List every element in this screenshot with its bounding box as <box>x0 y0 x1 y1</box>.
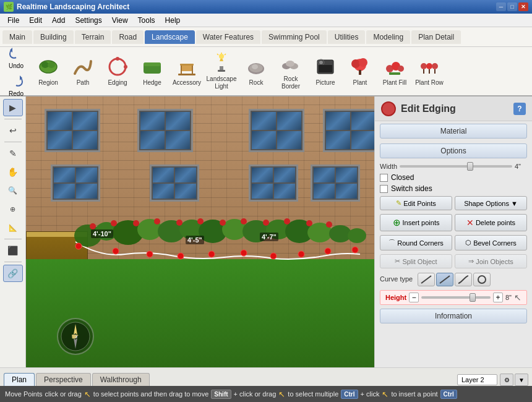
menu-edit[interactable]: Edit <box>24 15 47 26</box>
height-plus-btn[interactable]: + <box>493 293 503 302</box>
tab-utilities[interactable]: Utilities <box>328 30 366 44</box>
closed-checkbox[interactable] <box>380 174 388 182</box>
insert-points-button[interactable]: ⊕ Insert points <box>380 214 452 231</box>
delete-points-button[interactable]: ✕ Delete points <box>455 214 527 231</box>
redo-button[interactable]: Redo <box>5 72 27 98</box>
menu-help[interactable]: Help <box>160 15 186 26</box>
height-minus-btn[interactable]: − <box>409 293 419 302</box>
tool-region-label: Region <box>38 79 58 87</box>
tab-swimming-pool[interactable]: Swimming Pool <box>262 30 327 44</box>
tab-main[interactable]: Main <box>2 30 32 44</box>
maximize-button[interactable]: □ <box>507 2 517 11</box>
width-slider[interactable] <box>400 165 512 168</box>
tool-region[interactable]: Region <box>32 53 64 89</box>
help-button[interactable]: ? <box>513 103 526 115</box>
layer-settings-btn[interactable]: ⚙ <box>500 374 513 386</box>
tab-walkthrough[interactable]: Walkthrough <box>92 373 150 386</box>
tab-terrain[interactable]: Terrain <box>75 30 111 44</box>
tool-plant-fill[interactable]: Plant Fill <box>379 53 411 89</box>
tab-plan-detail[interactable]: Plan Detail <box>411 30 461 44</box>
menu-tools[interactable]: Tools <box>133 15 160 26</box>
tab-landscape[interactable]: Landscape <box>145 30 195 44</box>
tool-landscape-light[interactable]: Landscape Light <box>205 49 238 93</box>
layer-down-btn[interactable]: ▼ <box>515 374 528 386</box>
svg-line-17 <box>225 54 226 55</box>
switch-sides-checkbox[interactable] <box>380 185 388 193</box>
tab-modeling[interactable]: Modeling <box>366 30 410 44</box>
tool-accessory[interactable]: Accessory <box>171 53 203 89</box>
options-button[interactable]: Options <box>380 143 527 158</box>
tool-plant-row[interactable]: Plant Row <box>413 53 445 89</box>
curve-type-buttons <box>418 273 491 286</box>
svg-point-39 <box>432 63 438 69</box>
undo-label: Undo <box>9 62 24 69</box>
curve-btn-1[interactable] <box>418 273 435 286</box>
height-slider[interactable] <box>421 296 491 299</box>
tab-plan[interactable]: Plan <box>4 373 35 386</box>
bevel-corners-button[interactable]: ⬡ Bevel Corners <box>455 235 527 250</box>
tool-edging[interactable]: Edging <box>101 53 134 89</box>
statusbar: Move Points click or drag ↖ to select po… <box>0 386 532 402</box>
menu-add[interactable]: Add <box>47 15 70 26</box>
select-tool[interactable]: ▶ <box>3 99 23 116</box>
measure-tool[interactable]: 📐 <box>3 219 23 236</box>
measurement-1: 4'-10" <box>91 229 113 238</box>
split-icon: ✂ <box>395 257 400 265</box>
svg-rect-36 <box>389 72 400 75</box>
tool-rock-border-label: Rock Border <box>276 75 306 90</box>
right-panel: Edit Edging ? Material Options Width 4" … <box>374 96 532 367</box>
window-7 <box>249 165 298 202</box>
window-5 <box>51 165 100 202</box>
compass: ☛ <box>57 318 94 355</box>
tab-perspective[interactable]: Perspective <box>36 373 91 386</box>
width-slider-thumb[interactable] <box>467 162 473 171</box>
tool-edging-label: Edging <box>108 79 127 87</box>
tool-path[interactable]: Path <box>67 53 99 89</box>
curve-btn-4[interactable] <box>473 273 491 286</box>
height-row: Height − + 8" ↖ <box>380 290 527 305</box>
delete-points-label: Delete points <box>476 219 515 226</box>
switch-sides-row: Switch sides <box>375 183 532 194</box>
menu-view[interactable]: View <box>107 15 133 26</box>
tool-picture[interactable]: Picture <box>309 53 341 89</box>
panel-title: Edit Edging <box>401 103 508 114</box>
round-corners-button[interactable]: ⌒ Round Corners <box>380 235 452 250</box>
split-object-button[interactable]: ✂ Split Object <box>380 254 452 268</box>
tab-building[interactable]: Building <box>33 30 74 44</box>
draw-tool[interactable]: ✎ <box>3 145 23 162</box>
window-3 <box>249 109 304 152</box>
curve-btn-2[interactable] <box>436 273 453 286</box>
snap-tool[interactable]: 🔗 <box>3 265 23 282</box>
width-label: Width <box>380 163 397 170</box>
join-objects-button[interactable]: ⇒ Join Objects <box>455 254 527 268</box>
measurement-3: 4'-7" <box>260 233 278 241</box>
tab-road[interactable]: Road <box>112 30 144 44</box>
titlebar: 🌿 Realtime Landscaping Architect ─ □ ✕ <box>0 0 532 14</box>
undo-button[interactable]: Undo <box>5 44 27 71</box>
tool-rock[interactable]: Rock <box>240 53 272 89</box>
height-slider-thumb[interactable] <box>470 293 476 302</box>
viewport[interactable]: 4'-10" 4'-5" 4'-7" ☛ <box>26 96 374 367</box>
height-value: 8" <box>505 294 512 301</box>
menu-settings[interactable]: Settings <box>70 15 106 26</box>
tab-water-features[interactable]: Water Features <box>196 30 260 44</box>
curve-btn-3[interactable] <box>455 273 472 286</box>
layer-dropdown[interactable]: Layer 2 Layer 1 Layer 3 <box>457 374 497 385</box>
close-button[interactable]: ✕ <box>518 2 528 11</box>
tool-plant[interactable]: Plant <box>344 53 376 89</box>
edit-points-button[interactable]: ✎ Edit Points <box>380 196 452 210</box>
tool-hedge[interactable]: Hedge <box>136 53 168 89</box>
undo-tool[interactable]: ↩ <box>3 122 23 139</box>
material-button[interactable]: Material <box>380 124 527 139</box>
minimize-button[interactable]: ─ <box>496 2 506 11</box>
information-button[interactable]: Information <box>380 309 527 323</box>
grid-tool[interactable]: ⬛ <box>3 242 23 259</box>
tool-rock-border[interactable]: Rock Border <box>275 49 307 93</box>
zoom-out-tool[interactable]: ⊕ <box>3 200 23 218</box>
shape-options-button[interactable]: Shape Options ▼ <box>455 196 527 210</box>
menu-file[interactable]: File <box>2 15 24 26</box>
undo-redo-group: Undo Redo <box>5 44 27 98</box>
pan-tool[interactable]: ✋ <box>3 163 23 181</box>
zoom-in-tool[interactable]: 🔍 <box>3 182 23 199</box>
layer-select-area: Layer 2 Layer 1 Layer 3 ⚙ ▼ <box>457 374 528 386</box>
